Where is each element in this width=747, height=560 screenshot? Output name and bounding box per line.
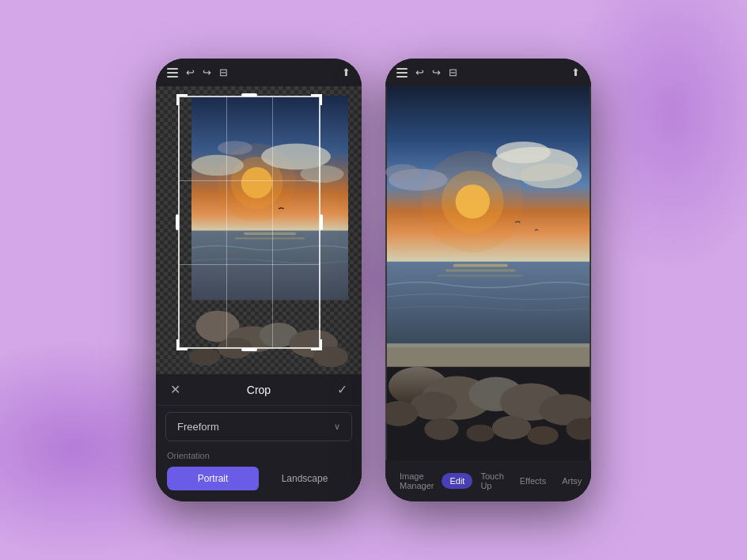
svg-rect-10: [235, 237, 305, 239]
topbar-left-2: ↩ ↪ ⊟: [396, 66, 457, 78]
svg-point-43: [527, 426, 558, 445]
menu-icon-2[interactable]: [396, 68, 408, 78]
landscape-button[interactable]: Landscape: [259, 467, 351, 490]
share-icon-2[interactable]: ⬆: [571, 66, 580, 78]
crop-confirm-button[interactable]: ✓: [337, 382, 347, 397]
chevron-down-icon: ∨: [334, 422, 340, 432]
orientation-label: Orientation: [167, 451, 351, 460]
sunset-scene-2: [385, 86, 591, 460]
svg-point-26: [385, 165, 419, 180]
history-icon-2[interactable]: ⊟: [449, 66, 457, 78]
tab-artsy[interactable]: Artsy: [554, 473, 590, 489]
crop-toolbar: ✕ Crop ✓: [156, 374, 362, 406]
phone-1: ↩ ↪ ⊟ ⬆: [156, 59, 362, 501]
freeform-dropdown[interactable]: Freeform ∨: [165, 412, 352, 441]
crop-title: Crop: [247, 384, 271, 396]
undo-icon[interactable]: ↩: [186, 66, 195, 78]
redo-icon-2[interactable]: ↪: [432, 66, 441, 78]
svg-rect-31: [387, 343, 590, 367]
share-icon[interactable]: ⬆: [342, 66, 351, 78]
svg-rect-27: [387, 262, 590, 347]
topbar-2: ↩ ↪ ⊟ ⬆: [385, 59, 591, 86]
freeform-label: Freeform: [177, 421, 219, 433]
tab-effects[interactable]: Effects: [512, 473, 554, 489]
menu-icon[interactable]: [167, 68, 178, 78]
bottom-tabs: Image Manager Edit Touch Up Effects Arts…: [385, 460, 591, 501]
topbar-1: ↩ ↪ ⊟ ⬆: [156, 59, 362, 86]
sunset-scene-1: [178, 96, 362, 374]
canvas-1: [156, 86, 362, 374]
phones-container: ↩ ↪ ⊟ ⬆: [156, 59, 591, 501]
svg-rect-9: [244, 233, 296, 235]
svg-point-41: [466, 425, 494, 442]
svg-rect-29: [446, 270, 516, 272]
svg-point-24: [496, 142, 551, 164]
svg-point-16: [313, 346, 348, 367]
svg-point-7: [218, 141, 252, 155]
svg-rect-28: [453, 264, 508, 267]
phone-2: ↩ ↪ ⊟ ⬆: [385, 59, 591, 501]
tab-touch-up[interactable]: Touch Up: [472, 468, 511, 494]
svg-point-13: [218, 338, 252, 358]
portrait-button[interactable]: Portrait: [167, 467, 259, 490]
crop-cancel-button[interactable]: ✕: [170, 382, 180, 397]
svg-point-6: [301, 165, 344, 183]
svg-point-40: [424, 418, 458, 441]
svg-rect-30: [438, 274, 523, 276]
svg-point-42: [492, 416, 531, 440]
tab-image-manager[interactable]: Image Manager: [392, 468, 442, 494]
svg-point-4: [191, 155, 244, 176]
undo-icon-2[interactable]: ↩: [415, 66, 424, 78]
svg-point-17: [189, 348, 221, 365]
photo-container-1: [178, 96, 362, 374]
canvas-2: [385, 86, 591, 460]
orientation-buttons: Portrait Landscape: [167, 467, 351, 490]
crop-panel: ✕ Crop ✓ Freeform ∨ Orientation Portrait…: [156, 374, 362, 501]
topbar-left-1: ↩ ↪ ⊟: [167, 66, 228, 78]
orientation-section: Orientation Portrait Landscape: [156, 448, 362, 501]
tab-edit[interactable]: Edit: [442, 473, 472, 489]
history-icon[interactable]: ⊟: [219, 66, 228, 78]
svg-point-23: [519, 164, 582, 189]
svg-rect-8: [191, 231, 348, 301]
redo-icon[interactable]: ↪: [203, 66, 211, 78]
